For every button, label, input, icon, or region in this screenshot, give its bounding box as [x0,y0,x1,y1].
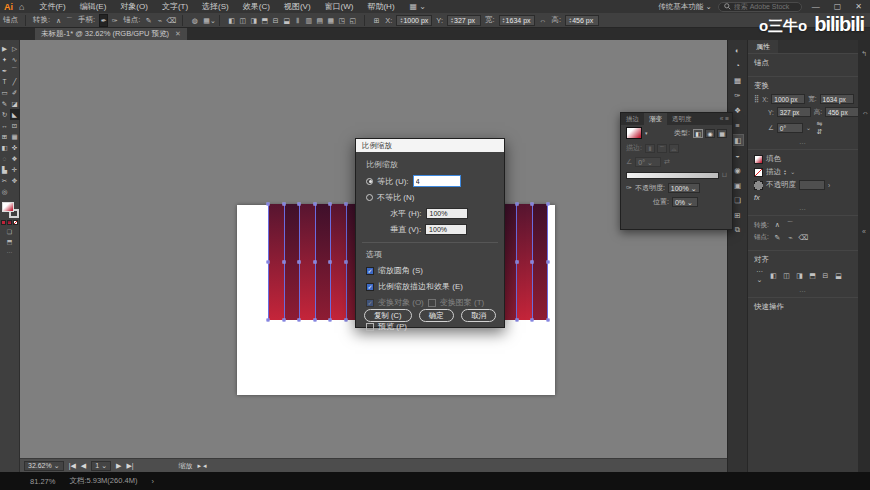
shape-builder-tool-icon[interactable]: ⊞ [0,131,10,142]
scale-corners-checkbox[interactable]: ✓ [366,267,374,275]
uniform-scale-input[interactable] [413,175,461,187]
type-tool-icon[interactable]: T [0,76,10,87]
line-tool-icon[interactable]: ╱ [10,76,20,87]
handle-1-icon[interactable]: ✑ [110,15,119,26]
gradient-swatch[interactable] [626,127,642,139]
nonuniform-radio[interactable] [366,194,373,201]
mesh-tool-icon[interactable]: ▦ [10,131,20,142]
align-0-icon[interactable]: ◧ [227,15,236,26]
anchor-point[interactable] [329,319,332,322]
align-4-icon[interactable]: ⊟ [271,15,280,26]
tab-stroke[interactable]: 描边 [621,113,644,125]
align-5-icon[interactable]: ⬓ [282,15,291,26]
copy-button[interactable]: 复制 (C) [364,309,412,322]
reference-point-icon[interactable]: ⣿ [754,95,759,103]
tab-close-icon[interactable]: ✕ [175,28,181,40]
height-field[interactable]: ▴▾456 px [565,15,599,26]
home-icon[interactable]: ⌂ [19,2,24,12]
props-anchorpt-2-icon[interactable]: ⌫ [798,234,809,242]
stroke-weight-dropdown-icon[interactable]: ⌄ [790,168,795,176]
zoom-tool-icon[interactable]: ◎ [0,186,10,197]
handle-0-icon[interactable]: ✒ [99,14,108,27]
anchor-point[interactable] [344,319,347,322]
anchor-point[interactable] [531,319,534,322]
gradient-swatch-arrow-icon[interactable]: ▾ [645,130,648,136]
anchor-point[interactable] [313,261,316,264]
maximize-button[interactable]: ▢ [830,2,846,11]
props-width-field[interactable]: 1634 px [820,94,854,104]
transform-more-icon[interactable]: … [754,139,852,144]
anchor-2-icon[interactable]: ⌫ [166,15,175,26]
align-3-icon[interactable]: ⬒ [260,15,269,26]
gradient-slider[interactable] [626,172,719,179]
artboard-nav-next-icon[interactable]: ▶ [116,462,121,470]
align-8-icon[interactable]: ▤ [315,15,324,26]
anchor-point[interactable] [282,261,285,264]
menu-item-0[interactable]: 文件(F) [32,0,72,13]
props-opacity-field[interactable] [799,180,825,190]
menu-item-2[interactable]: 对象(O) [113,0,155,13]
anchor-point[interactable] [344,261,347,264]
props-align-1-icon[interactable]: ◫ [781,272,792,280]
ok-button[interactable]: 确定 [419,309,454,322]
tab-gradient[interactable]: 渐变 [644,113,667,125]
horizontal-field[interactable]: 100% [426,208,468,219]
workspace-switcher[interactable]: 传统基本功能 ⌄ [658,2,711,12]
anchor-point[interactable] [267,203,270,206]
align-9-icon[interactable]: ▦ [326,15,335,26]
gradient-tool-icon[interactable]: ◧ [0,142,10,153]
props-x-field[interactable]: 1000 px [771,94,805,104]
none-mode-button[interactable] [13,220,18,225]
anchor-point[interactable] [313,203,316,206]
menu-item-8[interactable]: 帮助(H) [360,0,401,13]
anchor-point[interactable] [547,203,550,206]
free-transform-tool-icon[interactable]: ⊡ [10,120,20,131]
menu-item-7[interactable]: 窗口(W) [318,0,361,13]
anchor-point[interactable] [298,261,301,264]
artboard-number-dropdown[interactable]: 1 ⌄ [91,461,111,471]
props-anchorpt-0-icon[interactable]: ✎ [772,234,783,242]
fill-swatch[interactable] [2,202,14,212]
menu-item-3[interactable]: 文字(T) [155,0,195,13]
stock-search[interactable] [718,2,802,12]
props-align-4-icon[interactable]: ⊟ [820,272,831,280]
opacity-more-icon[interactable]: › [828,182,830,189]
props-angle-field[interactable]: 0° [777,123,803,133]
anchor-point[interactable] [515,261,518,264]
expand-dock-icon[interactable]: « [858,228,870,235]
anchor-0-icon[interactable]: ✎ [144,15,153,26]
brushes-panel-icon[interactable]: ✑ [731,89,744,101]
anchor-point[interactable] [267,319,270,322]
width-tool-icon[interactable]: ↔ [0,120,10,131]
swatches-panel-icon[interactable]: ▦ [731,74,744,86]
props-y-field[interactable]: 327 px [777,107,811,117]
anchor-point[interactable] [515,203,518,206]
props-align-2-icon[interactable]: ◨ [794,272,805,280]
convert-1-icon[interactable]: ⌒ [65,15,74,26]
curvature-tool-icon[interactable]: ⌒ [10,65,20,76]
document-tab[interactable]: 未标题-1* @ 32.62% (RGB/GPU 预览) ✕ [35,28,187,40]
align-10-icon[interactable]: ◳ [337,15,346,26]
x-field[interactable]: ▴▾1000 px [396,15,432,26]
panel-collapse-icon[interactable]: « [720,115,724,122]
direct-selection-tool-icon[interactable]: ▷ [10,43,20,54]
hand-tool-icon[interactable]: ✥ [10,175,20,186]
align-to-icon[interactable]: ⋯⌄ [754,268,765,284]
pencil-tool-icon[interactable]: ✎ [0,98,10,109]
artboard-nav-last-icon[interactable]: ▶| [126,462,133,470]
gradient-location-field[interactable]: 0% ⌄ [672,197,698,207]
y-field[interactable]: ▴▾327 px [447,15,481,26]
props-anchorpt-1-icon[interactable]: ⌁ [785,234,796,242]
anchor-point[interactable] [547,261,550,264]
rotate-tool-icon[interactable]: ↻ [0,109,10,120]
blend-tool-icon[interactable]: ◌ [0,153,10,164]
anchor-point[interactable] [344,203,347,206]
artwork-stripe[interactable] [315,204,331,320]
cancel-button[interactable]: 取消 [461,309,496,322]
eyedropper-icon[interactable]: ✑ [626,184,632,192]
transform-icon[interactable]: ⊞ [372,15,381,26]
anchor-point[interactable] [531,203,534,206]
zoom-level-dropdown[interactable]: 32.62% ⌄ [24,461,64,471]
column-graph-tool-icon[interactable]: ▙ [0,164,10,175]
dialog-title[interactable]: 比例缩放 [356,139,504,152]
